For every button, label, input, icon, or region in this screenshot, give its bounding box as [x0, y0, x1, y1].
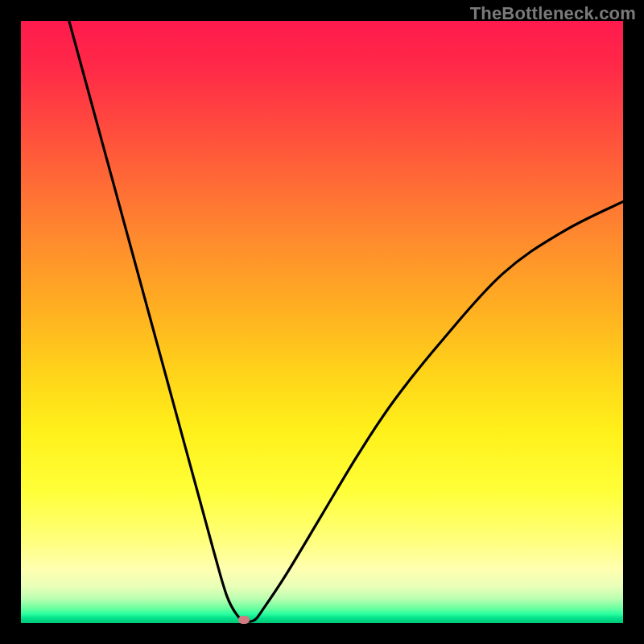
chart-container: TheBottleneck.com [0, 0, 644, 644]
optimum-marker [238, 616, 250, 624]
curve-svg [21, 21, 623, 623]
bottleneck-curve [69, 21, 623, 621]
plot-area [21, 21, 623, 623]
